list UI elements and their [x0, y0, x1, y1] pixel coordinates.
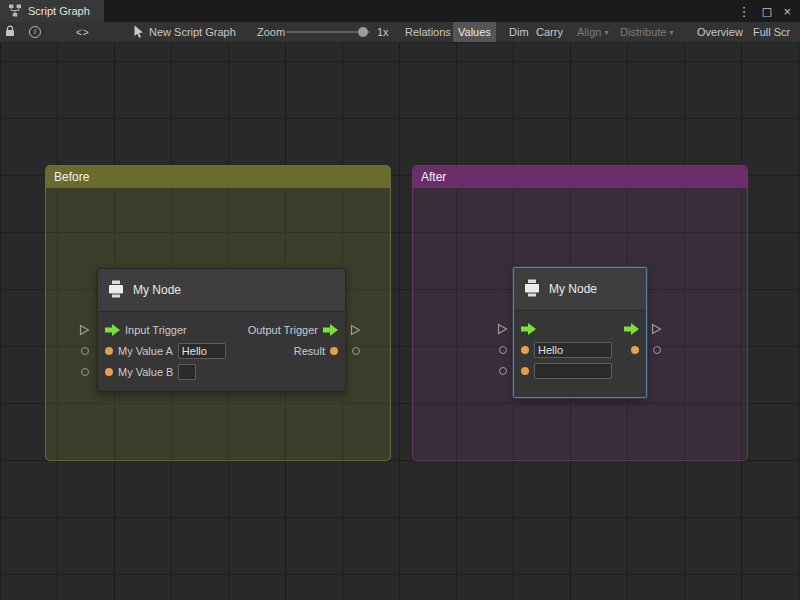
zoom-value: 1x: [377, 22, 389, 42]
zoom-slider-knob[interactable]: [358, 27, 368, 37]
value-a-label: My Value A: [118, 345, 173, 357]
ext-value-b-marker[interactable]: [81, 368, 89, 376]
unit-icon: [523, 279, 541, 300]
value-a-input[interactable]: [534, 342, 612, 358]
output-trigger-port-icon[interactable]: [323, 324, 338, 336]
ext-result-marker[interactable]: [653, 346, 661, 354]
window-tab-bar: Script Graph ⋮ ◻ ×: [0, 0, 800, 22]
relations-button[interactable]: Relations: [400, 22, 456, 42]
ext-result-marker[interactable]: [352, 347, 360, 355]
graph-canvas[interactable]: Before After My Node Input Trigger Outpu…: [0, 43, 800, 600]
pointer-icon: [133, 25, 145, 40]
values-button[interactable]: Values: [453, 22, 496, 42]
ext-trigger-in-marker[interactable]: [79, 324, 90, 336]
group-before-header[interactable]: Before: [46, 166, 390, 188]
value-a-port-row: [514, 339, 646, 360]
input-trigger-port-icon[interactable]: [521, 323, 536, 335]
node-after-body: [514, 311, 646, 397]
ext-value-a-marker[interactable]: [499, 346, 507, 354]
node-title: My Node: [549, 282, 597, 296]
chevron-down-icon: ▾: [669, 28, 673, 37]
zoom-label: Zoom: [257, 22, 285, 42]
align-dropdown-button[interactable]: Align ▾: [572, 22, 613, 42]
value-b-port-row: My Value B: [98, 361, 345, 382]
output-trigger-label: Output Trigger: [248, 324, 318, 336]
carry-button[interactable]: Carry: [531, 22, 568, 42]
code-view-button[interactable]: <>: [76, 22, 90, 42]
zoom-slider[interactable]: [286, 22, 374, 42]
value-b-port-icon[interactable]: [521, 367, 529, 375]
node-title: My Node: [133, 283, 181, 297]
trigger-port-row: Input Trigger Output Trigger: [98, 319, 345, 340]
maximize-icon[interactable]: ◻: [762, 5, 773, 18]
input-trigger-port-icon[interactable]: [105, 324, 120, 336]
fullscreen-button[interactable]: Full Scr: [748, 22, 795, 42]
trigger-port-row: [514, 318, 646, 339]
node-my-node-after[interactable]: My Node: [513, 267, 647, 398]
node-my-node-before[interactable]: My Node Input Trigger Output Trigger My …: [97, 268, 346, 392]
input-trigger-label: Input Trigger: [125, 324, 187, 336]
result-label: Result: [294, 345, 325, 357]
lock-icon: [5, 25, 15, 39]
group-before-label: Before: [54, 170, 89, 184]
distribute-dropdown-button[interactable]: Distribute ▾: [615, 22, 678, 42]
value-b-input[interactable]: [534, 363, 612, 379]
code-icon: <>: [76, 27, 90, 38]
ext-trigger-out-marker[interactable]: [651, 323, 662, 335]
ext-value-a-marker[interactable]: [81, 347, 89, 355]
value-a-port-row: My Value A Result: [98, 340, 345, 361]
value-b-port-row: [514, 360, 646, 381]
window-controls: ⋮ ◻ ×: [738, 0, 800, 22]
tab-title: Script Graph: [28, 5, 90, 17]
info-button[interactable]: i: [29, 22, 41, 42]
ext-trigger-in-marker[interactable]: [497, 323, 508, 335]
node-before-header[interactable]: My Node: [98, 269, 345, 312]
info-icon: i: [29, 26, 41, 38]
result-port-icon[interactable]: [330, 347, 338, 355]
new-script-graph-label: New Script Graph: [149, 26, 236, 38]
value-a-port-icon[interactable]: [521, 346, 529, 354]
value-b-port-icon[interactable]: [105, 368, 113, 376]
value-a-port-icon[interactable]: [105, 347, 113, 355]
script-graph-icon: [8, 4, 22, 19]
overview-button[interactable]: Overview: [692, 22, 748, 42]
ext-value-b-marker[interactable]: [499, 367, 507, 375]
result-port-icon[interactable]: [631, 346, 639, 354]
value-b-label: My Value B: [118, 366, 173, 378]
tab-script-graph[interactable]: Script Graph: [0, 0, 104, 22]
unit-icon: [107, 280, 125, 301]
value-a-input[interactable]: [178, 343, 226, 359]
new-script-graph-button[interactable]: New Script Graph: [133, 22, 236, 42]
group-after-header[interactable]: After: [413, 166, 747, 188]
graph-toolbar: i <> New Script Graph Zoom 1x Relations …: [0, 22, 800, 43]
lock-button[interactable]: [5, 22, 15, 42]
dim-button[interactable]: Dim: [504, 22, 534, 42]
output-trigger-port-icon[interactable]: [624, 323, 639, 335]
chevron-down-icon: ▾: [604, 28, 608, 37]
ext-trigger-out-marker[interactable]: [350, 324, 361, 336]
kebab-menu-icon[interactable]: ⋮: [738, 5, 751, 18]
node-after-header[interactable]: My Node: [514, 268, 646, 311]
node-before-body: Input Trigger Output Trigger My Value A …: [98, 312, 345, 391]
value-b-input[interactable]: [178, 364, 196, 380]
group-after-label: After: [421, 170, 446, 184]
close-icon[interactable]: ×: [783, 5, 791, 18]
